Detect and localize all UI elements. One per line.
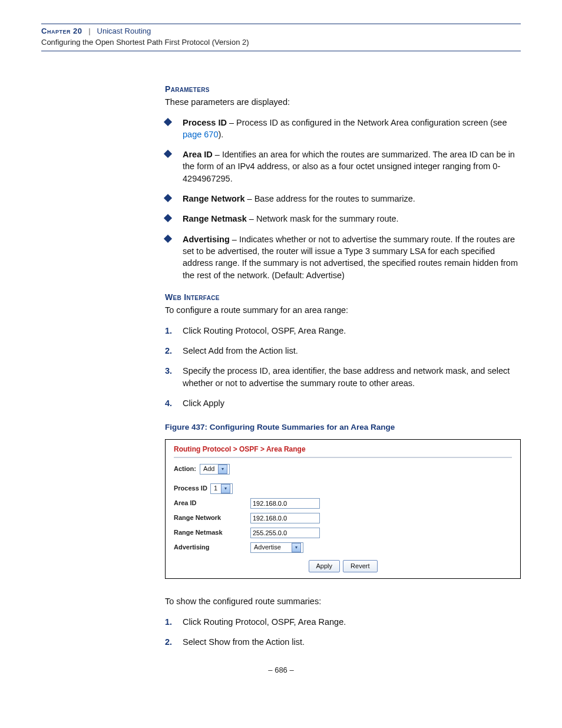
list-item: 4.Click Apply [165, 397, 521, 409]
diamond-icon [164, 150, 172, 158]
param-term: Process ID [183, 118, 227, 127]
chapter-title: Unicast Routing [97, 27, 151, 35]
step-number: 1. [165, 325, 172, 337]
step-number: 3. [165, 365, 172, 377]
list-item: 2.Select Add from the Action list. [165, 345, 521, 357]
parameters-intro: These parameters are displayed: [165, 96, 521, 108]
diamond-icon [164, 194, 172, 202]
figure-caption: Figure 437: Configuring Route Summaries … [165, 422, 521, 433]
range-netmask-input[interactable] [250, 528, 320, 538]
apply-button[interactable]: Apply [309, 560, 340, 572]
breadcrumb: Routing Protocol > OSPF > Area Range [174, 444, 512, 454]
list-item: Range Netmask – Network mask for the sum… [165, 213, 521, 225]
action-select[interactable]: Add ▾ [200, 464, 230, 475]
show-steps: 1.Click Routing Protocol, OSPF, Area Ran… [165, 616, 521, 648]
chevron-down-icon: ▾ [221, 484, 230, 493]
figure-panel: Routing Protocol > OSPF > Area Range Act… [165, 439, 521, 579]
show-intro: To show the configured route summaries: [165, 595, 521, 607]
param-term: Advertising [183, 235, 230, 244]
action-label: Action: [174, 465, 196, 473]
list-item: Process ID – Process ID as configured in… [165, 117, 521, 141]
web-interface-heading: Web Interface [165, 292, 521, 304]
page-number: – 686 – [41, 666, 521, 674]
advertising-label: Advertising [174, 543, 250, 552]
list-item: Area ID – Identifies an area for which t… [165, 149, 521, 185]
param-term: Range Netmask [183, 214, 247, 223]
configure-steps: 1.Click Routing Protocol, OSPF, Area Ran… [165, 325, 521, 409]
range-netmask-label: Range Netmask [174, 528, 250, 537]
param-term: Area ID [183, 150, 213, 159]
list-item: Advertising – Indicates whether or not t… [165, 233, 521, 281]
divider [174, 457, 512, 458]
step-number: 2. [165, 636, 172, 648]
list-item: 2.Select Show from the Action list. [165, 636, 521, 648]
range-network-label: Range Network [174, 513, 250, 522]
diamond-icon [164, 214, 172, 222]
process-id-label: Process ID [174, 484, 210, 493]
list-item: 3.Specify the process ID, area identifie… [165, 365, 521, 389]
step-number: 2. [165, 345, 172, 357]
page-header: Chapter 20 | Unicast Routing Configuring… [41, 26, 521, 48]
header-separator: | [88, 27, 90, 35]
area-id-input[interactable] [250, 498, 320, 509]
chevron-down-icon: ▾ [218, 465, 227, 474]
list-item: 1.Click Routing Protocol, OSPF, Area Ran… [165, 325, 521, 337]
list-item: Range Network – Base address for the rou… [165, 193, 521, 205]
list-item: 1.Click Routing Protocol, OSPF, Area Ran… [165, 616, 521, 628]
param-term: Range Network [183, 194, 245, 203]
revert-button[interactable]: Revert [343, 560, 377, 572]
advertising-select[interactable]: Advertise ▾ [250, 542, 303, 553]
parameter-list: Process ID – Process ID as configured in… [165, 117, 521, 281]
web-intro: To configure a route summary for an area… [165, 304, 521, 316]
parameters-heading: Parameters [165, 84, 521, 95]
step-number: 4. [165, 397, 172, 409]
process-id-select[interactable]: 1 ▾ [210, 483, 233, 494]
chapter-label: Chapter 20 [41, 27, 82, 35]
page-link[interactable]: page 670 [183, 130, 218, 139]
area-id-label: Area ID [174, 499, 250, 508]
step-number: 1. [165, 616, 172, 628]
chapter-subtitle: Configuring the Open Shortest Path First… [41, 38, 249, 47]
chevron-down-icon: ▾ [292, 543, 301, 552]
diamond-icon [164, 235, 172, 243]
diamond-icon [164, 118, 172, 126]
range-network-input[interactable] [250, 513, 320, 523]
